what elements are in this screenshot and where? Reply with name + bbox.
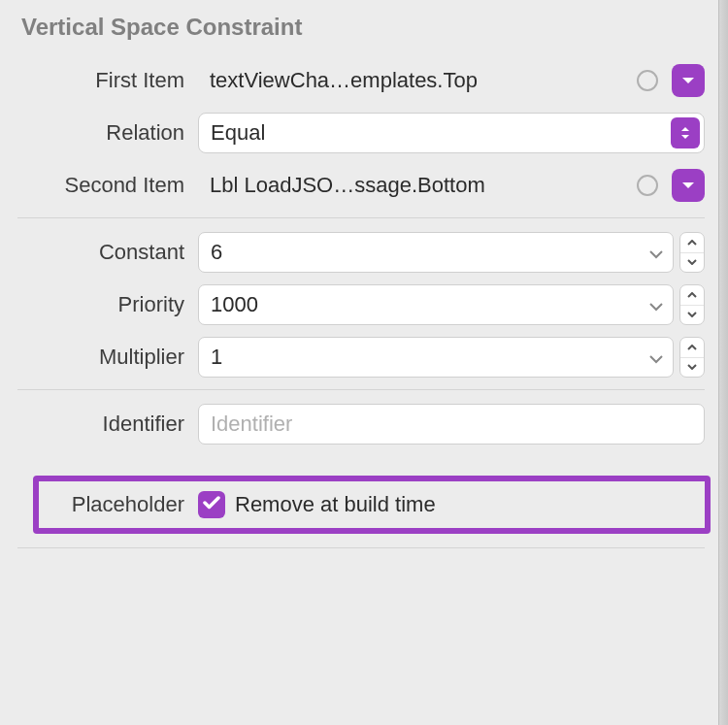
row-identifier: Identifier — [17, 404, 705, 445]
row-multiplier: Multiplier 1 — [17, 337, 705, 378]
placeholder-highlight: Placeholder Remove at build time — [33, 476, 711, 534]
label-priority: Priority — [17, 292, 198, 317]
multiplier-field[interactable]: 1 — [198, 337, 674, 378]
row-priority: Priority 1000 — [17, 284, 705, 325]
chevron-down-icon — [649, 345, 663, 370]
stepper-down[interactable] — [680, 253, 704, 273]
panel-right-edge — [718, 0, 728, 725]
stepper-down[interactable] — [680, 306, 704, 325]
label-relation: Relation — [17, 120, 198, 146]
chevron-down-icon — [681, 177, 695, 194]
row-relation: Relation Equal — [17, 113, 705, 153]
relation-stepper-icon — [671, 117, 700, 148]
section-title: Vertical Space Constraint — [17, 14, 705, 41]
chevron-down-icon — [649, 240, 663, 265]
row-first-item: First Item textViewCha…emplates.Top — [17, 60, 705, 101]
chevron-down-icon — [681, 72, 695, 89]
constant-value: 6 — [211, 240, 222, 265]
chevron-down-icon — [649, 292, 663, 317]
priority-stepper[interactable] — [679, 284, 705, 325]
second-item-value[interactable]: Lbl LoadJSO…ssage.Bottom — [198, 165, 666, 206]
row-second-item: Second Item Lbl LoadJSO…ssage.Bottom — [17, 165, 705, 206]
label-placeholder: Placeholder — [52, 492, 198, 517]
label-second-item: Second Item — [17, 173, 198, 198]
relation-value: Equal — [211, 120, 265, 146]
label-constant: Constant — [17, 240, 198, 265]
divider — [17, 217, 705, 218]
stepper-down[interactable] — [680, 358, 704, 378]
first-item-dropdown-button[interactable] — [672, 64, 705, 97]
remove-at-build-time-label: Remove at build time — [235, 492, 436, 517]
relation-select[interactable]: Equal — [198, 113, 705, 153]
stepper-up[interactable] — [680, 338, 704, 358]
constant-stepper[interactable] — [679, 232, 705, 273]
remove-at-build-time-checkbox[interactable] — [198, 491, 225, 518]
row-constant: Constant 6 — [17, 232, 705, 273]
priority-field[interactable]: 1000 — [198, 284, 674, 325]
second-item-dropdown-button[interactable] — [672, 169, 705, 202]
label-identifier: Identifier — [17, 412, 198, 437]
first-item-value[interactable]: textViewCha…emplates.Top — [198, 60, 666, 101]
stepper-up[interactable] — [680, 233, 704, 253]
multiplier-value: 1 — [211, 345, 222, 370]
identifier-input[interactable] — [198, 404, 705, 445]
priority-value: 1000 — [211, 292, 258, 317]
divider — [17, 547, 705, 548]
label-multiplier: Multiplier — [17, 345, 198, 370]
stepper-up[interactable] — [680, 285, 704, 306]
label-first-item: First Item — [17, 68, 198, 93]
divider — [17, 389, 705, 390]
constant-field[interactable]: 6 — [198, 232, 674, 273]
multiplier-stepper[interactable] — [679, 337, 705, 378]
check-icon — [203, 496, 220, 513]
